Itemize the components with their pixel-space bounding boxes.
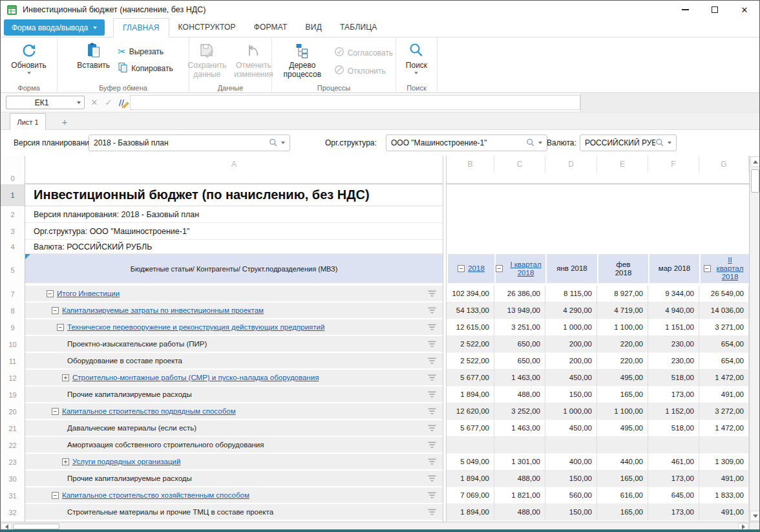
- column-header-D[interactable]: D: [545, 156, 597, 173]
- budget-item-label[interactable]: Капитальное строительство хозяйственным …: [62, 491, 249, 499]
- save-data-button[interactable]: Сохранить данные: [184, 39, 231, 82]
- collapse-icon[interactable]: −: [704, 265, 711, 272]
- value-cell[interactable]: 1 833,00: [699, 487, 749, 504]
- vertical-scrollbar[interactable]: [749, 156, 760, 522]
- copy-button[interactable]: Копировать: [118, 62, 173, 74]
- cell-name-box[interactable]: ЕК1: [6, 96, 85, 109]
- tab-konstruktor[interactable]: КОНСТРУКТОР: [169, 18, 245, 37]
- expand-icon[interactable]: +: [62, 458, 69, 465]
- column-header-E[interactable]: E: [597, 156, 648, 173]
- budget-item-label[interactable]: Строительно-монтажные работы (СМР) и пус…: [72, 374, 319, 381]
- period-header-cell[interactable]: −2018: [447, 254, 494, 284]
- currency-input[interactable]: [580, 138, 655, 147]
- value-cell[interactable]: 4 940,00: [648, 303, 699, 319]
- value-cell[interactable]: 450,00: [545, 370, 597, 387]
- sheet-tab-list1[interactable]: Лист 1: [10, 113, 46, 131]
- formula-input[interactable]: [130, 95, 580, 110]
- period-header-label[interactable]: 2018: [468, 264, 485, 273]
- column-header-B[interactable]: B: [447, 156, 494, 173]
- confirm-entry-button[interactable]: ✓: [102, 96, 115, 109]
- row-header-2[interactable]: 2: [1, 206, 25, 223]
- value-cell[interactable]: 650,00: [494, 353, 545, 370]
- form-io-menu-button[interactable]: Форма ввода/вывода: [4, 19, 105, 36]
- value-cell[interactable]: 13 949,00: [494, 303, 545, 319]
- period-header-label[interactable]: II квартал 2018: [714, 256, 746, 281]
- row-header-0[interactable]: 0: [1, 173, 25, 184]
- value-cell[interactable]: 165,00: [597, 471, 648, 487]
- value-cell[interactable]: 616,00: [597, 487, 648, 504]
- value-cell[interactable]: 495,00: [597, 420, 648, 437]
- value-cell[interactable]: 173,00: [648, 504, 699, 521]
- value-cell[interactable]: 173,00: [648, 387, 699, 403]
- value-cell[interactable]: 173,00: [648, 471, 699, 487]
- row-header-10[interactable]: 10: [1, 336, 25, 353]
- row-header-9[interactable]: 9: [1, 319, 25, 336]
- value-cell[interactable]: 5 049,00: [447, 454, 494, 471]
- value-cell[interactable]: [447, 437, 494, 454]
- lookup-icon[interactable]: [269, 138, 278, 147]
- value-cell[interactable]: 8 115,00: [545, 286, 597, 303]
- value-cell[interactable]: 440,00: [597, 454, 648, 471]
- filter-funnel-icon[interactable]: [428, 324, 436, 332]
- row-header-20[interactable]: 20: [1, 403, 25, 420]
- close-button[interactable]: ✕: [730, 1, 759, 19]
- value-cell[interactable]: 645,00: [648, 487, 699, 504]
- tab-format[interactable]: ФОРМАТ: [245, 18, 297, 37]
- lookup-icon[interactable]: [655, 138, 664, 147]
- row-header-23[interactable]: 23: [1, 454, 25, 471]
- row-header-19[interactable]: 19: [1, 387, 25, 403]
- row-header-4[interactable]: 4: [1, 240, 25, 254]
- value-cell[interactable]: [494, 437, 545, 454]
- value-cell[interactable]: 650,00: [494, 336, 545, 353]
- refresh-button[interactable]: Обновить: [7, 39, 50, 82]
- row-header-1[interactable]: 1: [1, 184, 25, 206]
- reject-button[interactable]: Отклонить: [334, 65, 393, 77]
- value-cell[interactable]: 1 894,00: [447, 387, 494, 403]
- value-cell[interactable]: [699, 437, 749, 454]
- value-cell[interactable]: 8 927,00: [597, 286, 648, 303]
- value-cell[interactable]: 2 522,00: [447, 336, 494, 353]
- value-cell[interactable]: 150,00: [545, 387, 597, 403]
- filter-funnel-icon[interactable]: [428, 442, 436, 450]
- budget-item-label[interactable]: Итого Инвестиции: [57, 290, 120, 297]
- planning-version-input[interactable]: [89, 138, 269, 147]
- value-cell[interactable]: 220,00: [597, 353, 648, 370]
- horizontal-scroll-thumb[interactable]: [13, 524, 59, 529]
- value-cell[interactable]: 200,00: [545, 336, 597, 353]
- value-cell[interactable]: 230,00: [648, 336, 699, 353]
- value-cell[interactable]: 7 069,00: [447, 487, 494, 504]
- value-cell[interactable]: 200,00: [545, 353, 597, 370]
- insert-function-button[interactable]: [116, 96, 129, 109]
- value-cell[interactable]: 1 821,00: [494, 487, 545, 504]
- column-header-A[interactable]: A: [25, 156, 443, 173]
- filter-funnel-icon[interactable]: [428, 492, 436, 500]
- minimize-button[interactable]: [670, 1, 700, 19]
- value-cell[interactable]: 1 152,00: [648, 403, 699, 420]
- value-cell[interactable]: 1 463,00: [494, 370, 545, 387]
- budget-item-label[interactable]: Капитализируемые затраты по инвестиционн…: [62, 306, 264, 314]
- collapse-icon[interactable]: −: [496, 265, 503, 272]
- budget-items-header-cell[interactable]: Бюджетные статьи/ Контрагенты/ Структ.по…: [25, 254, 443, 284]
- value-cell[interactable]: 26 549,00: [699, 286, 749, 303]
- value-cell[interactable]: 12 615,00: [447, 319, 494, 336]
- value-cell[interactable]: 165,00: [597, 387, 648, 403]
- value-cell[interactable]: 518,00: [648, 370, 699, 387]
- value-cell[interactable]: 488,00: [494, 504, 545, 521]
- period-header-cell[interactable]: янв 2018: [545, 254, 597, 284]
- value-cell[interactable]: 1 100,00: [597, 319, 648, 336]
- column-header-F[interactable]: F: [648, 156, 699, 173]
- value-cell[interactable]: 3 271,00: [699, 319, 749, 336]
- period-header-cell[interactable]: мар 2018: [648, 254, 699, 284]
- row-header-8[interactable]: 8: [1, 303, 25, 319]
- period-header-cell[interactable]: фев 2018: [597, 254, 648, 284]
- filter-funnel-icon[interactable]: [428, 391, 436, 399]
- filter-funnel-icon[interactable]: [428, 458, 436, 467]
- row-header-7[interactable]: 7: [1, 286, 25, 303]
- value-cell[interactable]: 54 133,00: [447, 303, 494, 319]
- value-cell[interactable]: 1 894,00: [447, 504, 494, 521]
- value-cell[interactable]: 5 677,00: [447, 420, 494, 437]
- value-cell[interactable]: 654,00: [699, 336, 749, 353]
- value-cell[interactable]: 488,00: [494, 471, 545, 487]
- value-cell[interactable]: 491,00: [699, 387, 749, 403]
- lookup-icon[interactable]: [526, 138, 535, 147]
